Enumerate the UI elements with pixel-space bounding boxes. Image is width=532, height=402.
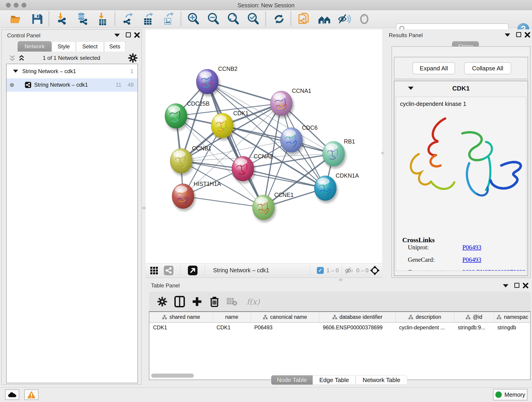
- function-builder-button-disabled[interactable]: f(x): [243, 295, 264, 308]
- export-network-button[interactable]: [121, 12, 135, 26]
- tab-style[interactable]: Style: [52, 41, 76, 51]
- panel-close-icon[interactable]: [134, 32, 140, 38]
- zoom-in-button[interactable]: [187, 12, 201, 26]
- hidden-items-eye-slash-icon[interactable]: [344, 267, 355, 275]
- network-nodes[interactable]: CCNB2CCNA1CDC25BCDK1CDC6RB1CCNB1CCNA2CDK…: [165, 65, 359, 222]
- column-header-name[interactable]: name: [213, 312, 251, 322]
- results-panel-title: Results Panel: [389, 32, 423, 38]
- tab-node-table[interactable]: Node Table: [271, 375, 313, 385]
- network-badge-icon[interactable]: [164, 266, 173, 275]
- string-home-button[interactable]: [317, 12, 331, 26]
- tab-network[interactable]: Network: [18, 41, 51, 51]
- import-network-from-database-button[interactable]: [75, 12, 89, 26]
- column-header-canonical-name[interactable]: canonical name: [251, 312, 319, 322]
- panel-menu-caret-icon[interactable]: [505, 33, 510, 37]
- node-CCNE1[interactable]: CCNE1: [253, 191, 294, 222]
- column-header-database-identifier[interactable]: database identifier: [319, 312, 395, 322]
- table-cell[interactable]: CDK1: [213, 322, 251, 332]
- tab-network-table[interactable]: Network Table: [355, 375, 407, 385]
- node-CCNB1[interactable]: CCNB1: [170, 145, 211, 176]
- panel-menu-caret-icon[interactable]: [503, 284, 508, 287]
- table-cell[interactable]: 9606.ENSP00000378699: [319, 322, 395, 332]
- attribute-table[interactable]: shared namenamecanonical namedatabase id…: [149, 312, 531, 332]
- panel-float-icon[interactable]: [126, 32, 131, 37]
- gene-card-header[interactable]: CDK1: [394, 81, 528, 96]
- zoom-out-button[interactable]: [207, 12, 220, 26]
- expand-all-button[interactable]: Expand All: [413, 62, 455, 74]
- warnings-button[interactable]: [24, 389, 38, 400]
- open-in-window-icon[interactable]: [188, 266, 197, 275]
- node-CDKN1A[interactable]: CDKN1A: [314, 172, 359, 203]
- table-cell[interactable]: P06493: [251, 322, 319, 332]
- memory-label: Memory: [505, 391, 525, 398]
- table-cell[interactable]: stringdb:9...: [454, 322, 494, 332]
- delete-table-button-disabled[interactable]: [225, 295, 238, 308]
- column-header-description[interactable]: description: [395, 312, 454, 322]
- tree-expander-icon[interactable]: [13, 70, 18, 73]
- export-image-button[interactable]: [161, 12, 175, 26]
- table-settings-button[interactable]: [156, 295, 169, 308]
- grid-view-icon[interactable]: [150, 267, 158, 275]
- node-CDC6[interactable]: CDC6: [280, 124, 317, 155]
- string-network-icon: [25, 82, 31, 88]
- table-cell[interactable]: cyclin-dependent ...: [395, 322, 454, 332]
- node-HIST1H1A[interactable]: HIST1H1A: [172, 181, 221, 211]
- network-view-canvas[interactable]: CCNB2CCNA1CDC25BCDK1CDC6RB1CCNB1CCNA2CDK…: [146, 30, 382, 263]
- zoom-fit-button[interactable]: [227, 12, 240, 26]
- tab-edge-table[interactable]: Edge Table: [313, 375, 355, 385]
- delete-column-button[interactable]: [208, 295, 221, 308]
- node-CCNA1[interactable]: CCNA1: [270, 88, 311, 118]
- panel-menu-caret-icon[interactable]: [114, 34, 120, 37]
- crosslink-link[interactable]: P06493: [462, 244, 481, 251]
- crosslink-label: GeneCard:: [408, 256, 435, 263]
- show-hide-eye-button[interactable]: [357, 12, 371, 26]
- panel-float-icon[interactable]: [514, 283, 519, 288]
- toolbar-divider: [342, 265, 342, 276]
- network-options-gear-icon[interactable]: [128, 53, 138, 63]
- panel-float-icon[interactable]: [516, 32, 521, 37]
- network-row-selected[interactable]: String Network – cdk1 11 48: [7, 78, 138, 92]
- node-RB1[interactable]: RB1: [323, 138, 355, 169]
- crosslink-link[interactable]: P06493: [462, 256, 481, 263]
- birds-eye-view-icon[interactable]: [370, 265, 380, 276]
- panel-close-icon[interactable]: [523, 283, 529, 288]
- table-cell[interactable]: CDK1: [149, 322, 213, 332]
- tab-select[interactable]: Select: [76, 41, 104, 51]
- zoom-in-icon: [187, 12, 200, 26]
- import-network-button[interactable]: [56, 12, 69, 26]
- bottom-splitter-handle[interactable]: [339, 279, 342, 281]
- tab-sets[interactable]: Sets: [104, 41, 125, 51]
- edge-CCNB2-CCNE1[interactable]: [207, 82, 264, 207]
- cloud-status-button[interactable]: [5, 389, 19, 400]
- selected-nodes-checkbox[interactable]: ✓: [317, 267, 324, 274]
- export-table-button[interactable]: [141, 12, 155, 26]
- show-columns-button[interactable]: [173, 295, 186, 308]
- toolbar-divider: [49, 12, 49, 26]
- gene-card-body: cyclin-dependent kinase 1: [396, 97, 526, 271]
- import-table-button[interactable]: [96, 12, 109, 26]
- create-column-button[interactable]: [191, 295, 203, 308]
- left-splitter-handle[interactable]: [142, 207, 146, 209]
- crosslink-link[interactable]: 9606.ENSP00000378699: [462, 269, 525, 271]
- share-document-button[interactable]: [297, 12, 311, 26]
- horizontal-scrollbar-thumb[interactable]: [151, 374, 194, 378]
- gene-name: CDK1: [394, 85, 528, 92]
- save-session-button[interactable]: [30, 12, 44, 26]
- column-header-shared-name[interactable]: shared name: [149, 312, 213, 322]
- column-type-icon: [408, 315, 413, 320]
- zoom-selected-button[interactable]: [247, 12, 260, 26]
- panel-close-icon[interactable]: [525, 32, 530, 38]
- table-row[interactable]: CDK1CDK1P064939606.ENSP00000378699cyclin…: [149, 322, 531, 332]
- open-session-button[interactable]: [9, 12, 23, 26]
- hide-glass-panel-button[interactable]: [337, 12, 351, 26]
- string-network-graph[interactable]: CCNB2CCNA1CDC25BCDK1CDC6RB1CCNB1CCNA2CDK…: [146, 30, 382, 263]
- memory-button[interactable]: Memory: [493, 389, 527, 400]
- collapse-all-button[interactable]: Collapse All: [464, 62, 511, 74]
- node-CDC25B[interactable]: CDC25B: [165, 100, 210, 131]
- column-header-namespac[interactable]: namespac: [494, 312, 531, 322]
- refresh-view-button[interactable]: [272, 12, 286, 26]
- column-header--id[interactable]: @id: [454, 312, 494, 322]
- node-CCNB2[interactable]: CCNB2: [196, 65, 238, 96]
- table-cell[interactable]: stringdb: [494, 322, 531, 332]
- network-collection-row[interactable]: String Network – cdk1 1: [7, 64, 138, 78]
